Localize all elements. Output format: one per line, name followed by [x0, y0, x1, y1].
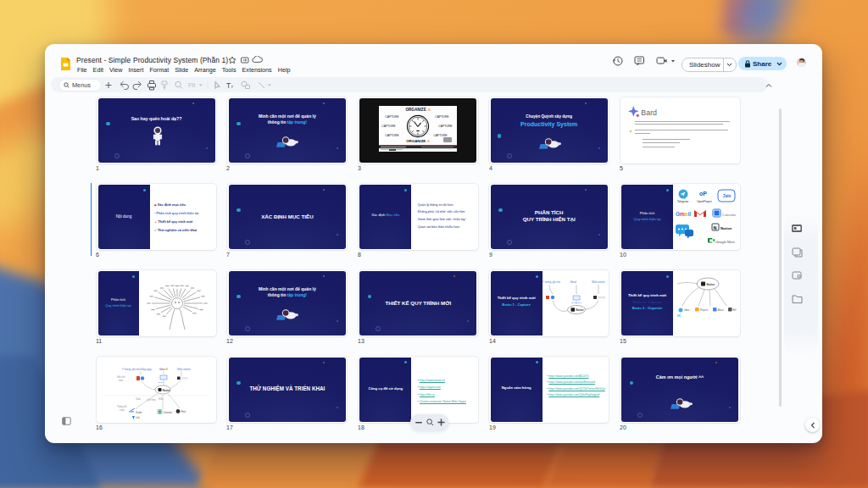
- svg-text:Ý tưởng, ghi chú hằng ngày: Ý tưởng, ghi chú hằng ngày: [122, 367, 152, 371]
- svg-text:Meet: Meet: [181, 410, 186, 413]
- svg-text:drive: drive: [159, 381, 164, 384]
- svg-text:Fit: Fit: [188, 81, 196, 89]
- svg-text:Projects: Projects: [700, 308, 709, 312]
- svg-text:Notion: Notion: [721, 225, 732, 230]
- svg-text:Calendar: Calendar: [164, 410, 173, 413]
- svg-text:Ref: Ref: [732, 308, 736, 312]
- svg-text:Google Meet: Google Meet: [715, 239, 736, 243]
- svg-text:Notion: Notion: [706, 282, 715, 286]
- svg-text:stats: stats: [120, 408, 125, 412]
- svg-text:Email: Email: [570, 280, 576, 284]
- svg-text:Areas: Areas: [718, 308, 724, 312]
- svg-text:Zalo: Zalo: [723, 194, 732, 198]
- svg-text:note: note: [119, 379, 124, 382]
- svg-text:oP: oP: [699, 191, 707, 197]
- svg-text:OpenProject: OpenProject: [697, 199, 712, 202]
- svg-text:Inbox: Inbox: [684, 308, 690, 312]
- svg-text:Calendar: Calendar: [722, 212, 737, 216]
- svg-text:r: r: [231, 84, 233, 89]
- svg-text:Link: Link: [136, 416, 140, 419]
- svg-text:T: T: [226, 81, 231, 90]
- svg-text:Studio: Studio: [136, 411, 142, 414]
- svg-text:Notion: Notion: [576, 308, 584, 312]
- svg-text:Bard: Bard: [641, 108, 657, 116]
- svg-text:Ý tưởng, ghi chú: Ý tưởng, ghi chú: [542, 280, 560, 284]
- svg-text:gmail inbox: gmail inbox: [571, 302, 582, 304]
- svg-text:Task: Task: [136, 397, 141, 401]
- svg-text:Web content: Web content: [177, 368, 191, 371]
- svg-text:Web content: Web content: [592, 280, 605, 284]
- svg-text:Gmail: Gmail: [159, 368, 168, 371]
- svg-text:Telegram: Telegram: [677, 199, 688, 202]
- svg-text:Gmail: Gmail: [676, 211, 691, 217]
- svg-text:Notion: Notion: [163, 388, 170, 391]
- svg-text:N: N: [713, 225, 716, 230]
